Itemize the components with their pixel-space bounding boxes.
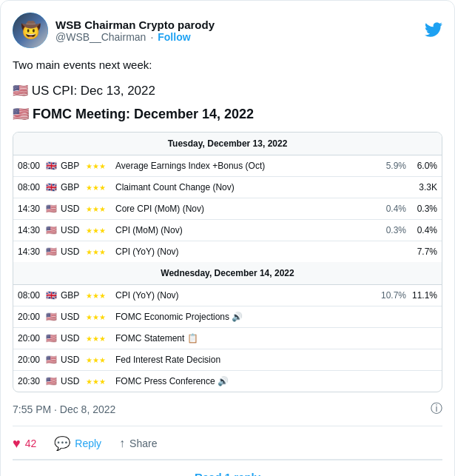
tweet-intro: Two main events next week:	[13, 57, 442, 74]
section2-rows: 08:00 🇬🇧 GBP ★★★ CPI (YoY) (Nov) 10.7% 1…	[13, 285, 442, 392]
col-stars: ★★★	[86, 376, 112, 387]
section1-header: Tuesday, December 13, 2022	[13, 133, 442, 155]
twitter-logo-icon	[425, 21, 442, 41]
col-time: 20:00	[18, 353, 43, 366]
col-previous: 10.7%	[378, 289, 406, 302]
col-flag: 🇺🇸	[46, 224, 58, 237]
col-currency: USD	[61, 353, 83, 366]
table-row: 08:00 🇬🇧 GBP ★★★ Claimant Count Change (…	[13, 177, 442, 198]
tweet-card: 🤠 WSB Chairman Crypto parody @WSB__Chair…	[0, 0, 455, 476]
col-actual: 0.3%	[409, 202, 437, 215]
info-icon[interactable]: ⓘ	[431, 401, 442, 417]
table-row: 14:30 🇺🇸 USD ★★★ CPI (YoY) (Nov) 7.7%	[13, 241, 442, 262]
col-previous: 0.3%	[378, 224, 406, 237]
col-stars: ★★★	[86, 355, 112, 366]
tweet-header-left: 🤠 WSB Chairman Crypto parody @WSB__Chair…	[13, 13, 215, 48]
col-stars: ★★★	[86, 290, 112, 301]
read-reply-section: Read 1 reply	[13, 460, 442, 476]
col-event: Core CPI (MoM) (Nov)	[115, 202, 375, 215]
follow-button[interactable]: Follow	[158, 31, 190, 43]
handle: @WSB__Chairman	[55, 31, 146, 43]
table-row: 14:30 🇺🇸 USD ★★★ CPI (MoM) (Nov) 0.3% 0.…	[13, 220, 442, 241]
reply-icon: 💬	[54, 435, 70, 452]
col-time: 08:00	[18, 181, 43, 194]
table-row: 20:00 🇺🇸 USD ★★★ Fed Interest Rate Decis…	[13, 349, 442, 371]
col-time: 08:00	[18, 159, 43, 172]
like-button[interactable]: ♥ 42	[13, 436, 36, 452]
share-label: Share	[129, 438, 157, 449]
col-actual: 7.7%	[409, 245, 437, 258]
table-row: 20:00 🇺🇸 USD ★★★ FOMC Economic Projectio…	[13, 306, 442, 328]
table-row: 14:30 🇺🇸 USD ★★★ Core CPI (MoM) (Nov) 0.…	[13, 198, 442, 220]
table-row: 20:00 🇺🇸 USD ★★★ FOMC Statement 📋	[13, 328, 442, 349]
avatar[interactable]: 🤠	[13, 13, 48, 48]
col-event: FOMC Economic Projections 🔊	[115, 310, 375, 324]
col-time: 20:30	[18, 375, 43, 388]
tweet-header: 🤠 WSB Chairman Crypto parody @WSB__Chair…	[13, 13, 442, 48]
col-stars: ★★★	[86, 225, 112, 236]
col-event: CPI (MoM) (Nov)	[115, 224, 375, 237]
col-event: Fed Interest Rate Decision	[115, 353, 375, 366]
heart-icon: ♥	[13, 436, 21, 452]
col-flag: 🇺🇸	[46, 310, 58, 324]
col-currency: USD	[61, 332, 83, 345]
col-time: 20:00	[18, 310, 43, 324]
col-event: Average Earnings Index +Bonus (Oct)	[115, 159, 375, 172]
read-reply-button[interactable]: Read 1 reply	[195, 471, 260, 476]
event1-line: 🇺🇸 US CPI: Dec 13, 2022	[13, 81, 442, 101]
tweet-body: Two main events next week: 🇺🇸 US CPI: De…	[13, 57, 442, 392]
col-currency: USD	[61, 202, 83, 215]
col-actual: 11.1%	[409, 289, 437, 302]
tweet-actions: ♥ 42 💬 Reply ↑ Share	[13, 426, 442, 460]
section2-header: Wednesday, December 14, 2022	[13, 262, 442, 285]
col-actual: 6.0%	[409, 159, 437, 172]
col-stars: ★★★	[86, 161, 112, 172]
handle-follow: @WSB__Chairman · Follow	[55, 31, 215, 43]
event2-line: 🇺🇸 FOMC Meeting: December 14, 2022	[13, 104, 442, 124]
user-info: WSB Chairman Crypto parody @WSB__Chairma…	[55, 19, 215, 43]
col-stars: ★★★	[86, 333, 112, 344]
col-currency: GBP	[61, 289, 83, 302]
col-event: CPI (YoY) (Nov)	[115, 245, 375, 258]
section1-rows: 08:00 🇬🇧 GBP ★★★ Average Earnings Index …	[13, 155, 442, 262]
share-button[interactable]: ↑ Share	[119, 437, 157, 450]
col-flag: 🇬🇧	[46, 159, 58, 172]
col-currency: GBP	[61, 159, 83, 172]
col-currency: USD	[61, 310, 83, 324]
col-event: FOMC Statement 📋	[115, 332, 375, 345]
col-stars: ★★★	[86, 312, 112, 323]
col-previous: 5.9%	[378, 159, 406, 172]
timestamp: 7:55 PM · Dec 8, 2022	[13, 403, 115, 415]
col-event: FOMC Press Conference 🔊	[115, 375, 375, 388]
col-flag: 🇺🇸	[46, 353, 58, 366]
share-icon: ↑	[119, 437, 125, 450]
col-currency: USD	[61, 245, 83, 258]
col-actual: 3.3K	[409, 181, 437, 194]
col-currency: USD	[61, 224, 83, 237]
table-row: 20:30 🇺🇸 USD ★★★ FOMC Press Conference 🔊	[13, 371, 442, 392]
col-flag: 🇺🇸	[46, 202, 58, 215]
col-currency: USD	[61, 375, 83, 388]
likes-count: 42	[25, 438, 37, 449]
col-time: 14:30	[18, 245, 43, 258]
col-time: 14:30	[18, 202, 43, 215]
col-time: 14:30	[18, 224, 43, 237]
col-stars: ★★★	[86, 247, 112, 258]
table-row: 08:00 🇬🇧 GBP ★★★ Average Earnings Index …	[13, 155, 442, 177]
col-time: 20:00	[18, 332, 43, 345]
display-name: WSB Chairman Crypto parody	[55, 19, 215, 31]
table-row: 08:00 🇬🇧 GBP ★★★ CPI (YoY) (Nov) 10.7% 1…	[13, 285, 442, 306]
col-event: Claimant Count Change (Nov)	[115, 181, 375, 194]
col-stars: ★★★	[86, 204, 112, 215]
col-stars: ★★★	[86, 182, 112, 193]
col-time: 08:00	[18, 289, 43, 302]
col-flag: 🇬🇧	[46, 181, 58, 194]
col-flag: 🇬🇧	[46, 289, 58, 302]
col-flag: 🇺🇸	[46, 245, 58, 258]
col-actual: 0.4%	[409, 224, 437, 237]
avatar-image: 🤠	[13, 13, 48, 48]
col-flag: 🇺🇸	[46, 375, 58, 388]
col-currency: GBP	[61, 181, 83, 194]
reply-button[interactable]: 💬 Reply	[54, 435, 101, 452]
tweet-footer: 7:55 PM · Dec 8, 2022 ⓘ	[13, 401, 442, 417]
